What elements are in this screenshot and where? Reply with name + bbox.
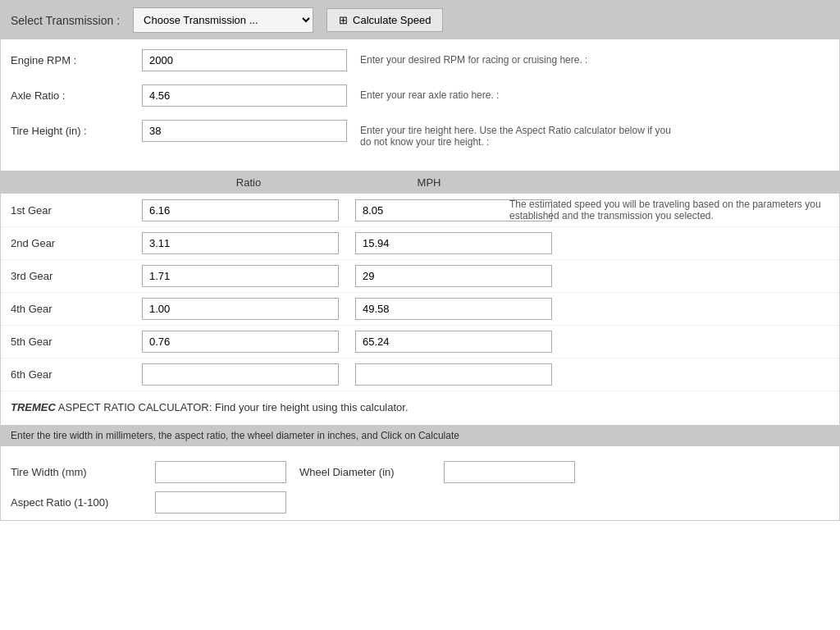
wheel-diameter-pair: Wheel Diameter (in) <box>299 461 575 483</box>
wheel-diameter-input[interactable] <box>444 461 575 483</box>
rpm-input[interactable] <box>142 49 347 71</box>
tire-input[interactable] <box>142 120 347 142</box>
mph-cell <box>355 199 503 221</box>
table-header: Ratio MPH <box>1 171 839 194</box>
tire-label: Tire Height (in) : <box>11 120 142 137</box>
axle-label: Axle Ratio : <box>11 84 142 102</box>
axle-row: Axle Ratio : Enter your rear axle ratio … <box>11 84 829 107</box>
ratio-cell <box>142 363 355 386</box>
ratio-cell <box>142 265 355 287</box>
calc-icon: ⊞ <box>339 14 348 26</box>
tremec-brand: TREMEC <box>11 401 56 413</box>
mph-input[interactable] <box>355 265 552 287</box>
gear-label: 6th Gear <box>11 368 142 381</box>
tire-row: Tire Height (in) : Enter your tire heigh… <box>11 120 829 148</box>
mph-cell <box>355 298 503 320</box>
ratio-cell <box>142 331 355 353</box>
ratio-input[interactable] <box>142 199 339 221</box>
header-row: Select Transmission : Choose Transmissio… <box>1 1 839 39</box>
tremec-section: TREMEC ASPECT RATIO CALCULATOR: Find you… <box>1 391 839 425</box>
gear-label: 5th Gear <box>11 336 142 348</box>
main-container: Select Transmission : Choose Transmissio… <box>0 0 840 521</box>
aspect-ratio-label: Aspect Ratio (1-100) <box>11 496 142 509</box>
transmission-select-wrapper: Choose Transmission ... Tremec TKO 500 T… <box>133 7 313 33</box>
table-row: 2nd Gear <box>1 227 839 260</box>
ratio-cell <box>142 232 355 254</box>
tire-width-input[interactable] <box>155 461 286 483</box>
calculate-speed-button[interactable]: ⊞ Calculate Speed <box>326 8 443 32</box>
ratio-cell <box>142 199 355 221</box>
gear-label: 3rd Gear <box>11 270 142 282</box>
select-transmission-label: Select Transmission : <box>11 14 120 27</box>
gear-label: 1st Gear <box>11 204 142 217</box>
mph-cell <box>355 232 503 254</box>
table-row: 6th Gear <box>1 358 839 391</box>
ratio-input[interactable] <box>142 363 339 386</box>
ratio-cell <box>142 298 355 320</box>
mph-cell <box>355 331 503 353</box>
mph-input[interactable] <box>355 232 552 254</box>
table-row: 5th Gear <box>1 326 839 358</box>
ratio-col-header: Ratio <box>142 176 355 189</box>
table-row: 3rd Gear <box>1 260 839 293</box>
mph-col-header: MPH <box>355 176 503 189</box>
gear-label: 2nd Gear <box>11 237 142 249</box>
rpm-label: Engine RPM : <box>11 49 142 66</box>
gear-rows-container: 1st Gear The estimated speed you will be… <box>1 194 839 391</box>
aspect-ratio-row: Aspect Ratio (1-100) <box>11 491 829 514</box>
ratio-input[interactable] <box>142 232 339 254</box>
table-row: 1st Gear The estimated speed you will be… <box>1 194 839 227</box>
mph-input[interactable] <box>355 363 552 386</box>
aspect-inputs: Tire Width (mm) Wheel Diameter (in) Aspe… <box>1 454 839 520</box>
aspect-ratio-input[interactable] <box>155 491 286 514</box>
wheel-diameter-label: Wheel Diameter (in) <box>299 466 431 478</box>
tire-width-label: Tire Width (mm) <box>11 466 142 478</box>
mph-cell <box>355 265 503 287</box>
transmission-dropdown[interactable]: Choose Transmission ... Tremec TKO 500 T… <box>133 7 313 33</box>
gear-col-header <box>11 176 142 189</box>
tremec-text: TREMEC ASPECT RATIO CALCULATOR: Find you… <box>11 401 829 413</box>
axle-hint: Enter your rear axle ratio here. : <box>360 84 499 101</box>
tremec-description: ASPECT RATIO CALCULATOR: Find your tire … <box>56 401 409 413</box>
rpm-hint: Enter your desired RPM for racing or cru… <box>360 49 587 66</box>
mph-input[interactable] <box>355 331 552 353</box>
rpm-row: Engine RPM : Enter your desired RPM for … <box>11 49 829 71</box>
aspect-hint-bar: Enter the tire width in millimeters, the… <box>1 425 839 446</box>
ratio-input[interactable] <box>142 265 339 287</box>
tire-width-row: Tire Width (mm) Wheel Diameter (in) <box>11 461 829 483</box>
gear-label: 4th Gear <box>11 303 142 315</box>
ratio-input[interactable] <box>142 331 339 353</box>
tire-hint: Enter your tire height here. Use the Asp… <box>360 120 672 148</box>
input-section: Engine RPM : Enter your desired RPM for … <box>1 39 839 171</box>
mph-input[interactable] <box>355 298 552 320</box>
table-row: 4th Gear <box>1 293 839 326</box>
mph-cell <box>355 363 503 386</box>
gear-table-section: Ratio MPH 1st Gear The estimated speed y… <box>1 171 839 391</box>
gear-hint: The estimated speed you will be travelin… <box>503 199 829 221</box>
axle-input[interactable] <box>142 84 347 107</box>
ratio-input[interactable] <box>142 298 339 320</box>
